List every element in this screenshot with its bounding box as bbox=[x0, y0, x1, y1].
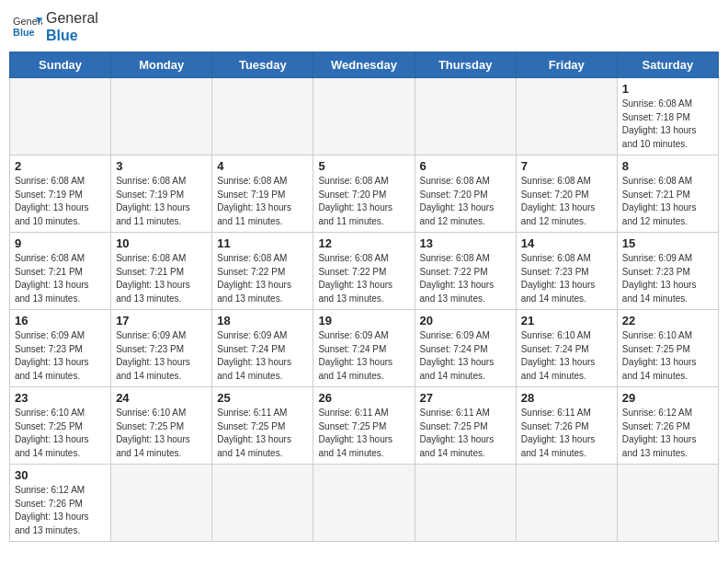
week-row-2: 2Sunrise: 6:08 AM Sunset: 7:19 PM Daylig… bbox=[10, 155, 719, 233]
day-number: 29 bbox=[622, 391, 713, 405]
weekday-header-tuesday: Tuesday bbox=[212, 52, 313, 78]
weekday-header-row: SundayMondayTuesdayWednesdayThursdayFrid… bbox=[10, 52, 719, 78]
day-number: 5 bbox=[318, 159, 409, 173]
day-cell: 26Sunrise: 6:11 AM Sunset: 7:25 PM Dayli… bbox=[313, 387, 415, 465]
day-info: Sunrise: 6:12 AM Sunset: 7:26 PM Dayligh… bbox=[622, 407, 713, 460]
day-cell: 10Sunrise: 6:08 AM Sunset: 7:21 PM Dayli… bbox=[111, 233, 212, 310]
day-cell bbox=[313, 465, 415, 542]
day-cell: 28Sunrise: 6:11 AM Sunset: 7:26 PM Dayli… bbox=[516, 387, 617, 465]
day-cell: 17Sunrise: 6:09 AM Sunset: 7:23 PM Dayli… bbox=[111, 310, 212, 387]
day-cell: 30Sunrise: 6:12 AM Sunset: 7:26 PM Dayli… bbox=[10, 465, 111, 542]
day-cell: 18Sunrise: 6:09 AM Sunset: 7:24 PM Dayli… bbox=[212, 310, 313, 387]
day-cell: 3Sunrise: 6:08 AM Sunset: 7:19 PM Daylig… bbox=[111, 155, 212, 233]
day-number: 20 bbox=[420, 314, 511, 327]
day-number: 4 bbox=[217, 159, 308, 173]
day-cell: 24Sunrise: 6:10 AM Sunset: 7:25 PM Dayli… bbox=[111, 387, 212, 465]
day-info: Sunrise: 6:09 AM Sunset: 7:23 PM Dayligh… bbox=[622, 252, 713, 305]
day-cell bbox=[415, 465, 516, 542]
day-number: 14 bbox=[521, 236, 612, 250]
calendar-page: General Blue General Blue SundayMondayTu… bbox=[0, 0, 728, 551]
calendar-table: SundayMondayTuesdayWednesdayThursdayFrid… bbox=[9, 52, 719, 542]
week-row-1: 1Sunrise: 6:08 AM Sunset: 7:18 PM Daylig… bbox=[10, 78, 719, 155]
day-number: 12 bbox=[318, 236, 409, 250]
weekday-header-wednesday: Wednesday bbox=[313, 52, 415, 78]
day-cell: 16Sunrise: 6:09 AM Sunset: 7:23 PM Dayli… bbox=[10, 310, 111, 387]
day-cell bbox=[111, 78, 212, 155]
day-info: Sunrise: 6:10 AM Sunset: 7:25 PM Dayligh… bbox=[116, 407, 207, 460]
day-info: Sunrise: 6:09 AM Sunset: 7:23 PM Dayligh… bbox=[116, 329, 207, 383]
day-cell bbox=[313, 78, 415, 155]
day-info: Sunrise: 6:08 AM Sunset: 7:22 PM Dayligh… bbox=[318, 252, 409, 305]
day-info: Sunrise: 6:09 AM Sunset: 7:24 PM Dayligh… bbox=[318, 329, 409, 383]
day-cell: 12Sunrise: 6:08 AM Sunset: 7:22 PM Dayli… bbox=[313, 233, 415, 310]
day-number: 26 bbox=[318, 391, 409, 405]
logo-blue: Blue bbox=[46, 27, 98, 44]
day-number: 21 bbox=[521, 314, 612, 327]
day-number: 8 bbox=[622, 159, 713, 173]
week-row-3: 9Sunrise: 6:08 AM Sunset: 7:21 PM Daylig… bbox=[10, 233, 719, 310]
day-cell: 2Sunrise: 6:08 AM Sunset: 7:19 PM Daylig… bbox=[10, 155, 111, 233]
day-number: 7 bbox=[521, 159, 612, 173]
weekday-header-monday: Monday bbox=[111, 52, 212, 78]
header: General Blue General Blue bbox=[9, 9, 719, 44]
day-number: 30 bbox=[15, 468, 106, 482]
day-number: 9 bbox=[15, 236, 106, 250]
day-number: 13 bbox=[420, 236, 511, 250]
weekday-header-friday: Friday bbox=[516, 52, 617, 78]
svg-text:Blue: Blue bbox=[13, 27, 35, 38]
day-info: Sunrise: 6:08 AM Sunset: 7:19 PM Dayligh… bbox=[116, 175, 207, 228]
day-info: Sunrise: 6:10 AM Sunset: 7:24 PM Dayligh… bbox=[521, 329, 612, 383]
day-cell bbox=[516, 78, 617, 155]
day-cell bbox=[617, 465, 718, 542]
day-info: Sunrise: 6:08 AM Sunset: 7:19 PM Dayligh… bbox=[217, 175, 308, 228]
day-number: 15 bbox=[622, 236, 713, 250]
day-cell: 23Sunrise: 6:10 AM Sunset: 7:25 PM Dayli… bbox=[10, 387, 111, 465]
day-number: 1 bbox=[622, 82, 713, 96]
day-info: Sunrise: 6:08 AM Sunset: 7:20 PM Dayligh… bbox=[420, 175, 511, 228]
day-cell: 7Sunrise: 6:08 AM Sunset: 7:20 PM Daylig… bbox=[516, 155, 617, 233]
day-info: Sunrise: 6:10 AM Sunset: 7:25 PM Dayligh… bbox=[622, 329, 713, 383]
week-row-6: 30Sunrise: 6:12 AM Sunset: 7:26 PM Dayli… bbox=[10, 465, 719, 542]
logo-icon: General Blue bbox=[13, 14, 42, 40]
day-cell: 6Sunrise: 6:08 AM Sunset: 7:20 PM Daylig… bbox=[415, 155, 516, 233]
day-cell bbox=[10, 78, 111, 155]
day-cell: 9Sunrise: 6:08 AM Sunset: 7:21 PM Daylig… bbox=[10, 233, 111, 310]
day-number: 6 bbox=[420, 159, 511, 173]
day-info: Sunrise: 6:11 AM Sunset: 7:26 PM Dayligh… bbox=[521, 407, 612, 460]
day-cell: 15Sunrise: 6:09 AM Sunset: 7:23 PM Dayli… bbox=[617, 233, 718, 310]
logo: General Blue General Blue bbox=[13, 9, 98, 44]
day-cell bbox=[415, 78, 516, 155]
day-info: Sunrise: 6:08 AM Sunset: 7:21 PM Dayligh… bbox=[622, 175, 713, 228]
day-info: Sunrise: 6:11 AM Sunset: 7:25 PM Dayligh… bbox=[217, 407, 308, 460]
week-row-5: 23Sunrise: 6:10 AM Sunset: 7:25 PM Dayli… bbox=[10, 387, 719, 465]
weekday-header-sunday: Sunday bbox=[10, 52, 111, 78]
day-info: Sunrise: 6:08 AM Sunset: 7:21 PM Dayligh… bbox=[116, 252, 207, 305]
day-cell: 11Sunrise: 6:08 AM Sunset: 7:22 PM Dayli… bbox=[212, 233, 313, 310]
day-number: 3 bbox=[116, 159, 207, 173]
day-cell: 14Sunrise: 6:08 AM Sunset: 7:23 PM Dayli… bbox=[516, 233, 617, 310]
day-info: Sunrise: 6:12 AM Sunset: 7:26 PM Dayligh… bbox=[15, 484, 106, 537]
day-info: Sunrise: 6:08 AM Sunset: 7:18 PM Dayligh… bbox=[622, 98, 713, 151]
day-info: Sunrise: 6:08 AM Sunset: 7:20 PM Dayligh… bbox=[318, 175, 409, 228]
day-cell bbox=[111, 465, 212, 542]
day-number: 16 bbox=[15, 314, 106, 327]
day-number: 28 bbox=[521, 391, 612, 405]
day-info: Sunrise: 6:11 AM Sunset: 7:25 PM Dayligh… bbox=[420, 407, 511, 460]
day-cell: 4Sunrise: 6:08 AM Sunset: 7:19 PM Daylig… bbox=[212, 155, 313, 233]
day-info: Sunrise: 6:08 AM Sunset: 7:19 PM Dayligh… bbox=[15, 175, 106, 228]
day-cell: 25Sunrise: 6:11 AM Sunset: 7:25 PM Dayli… bbox=[212, 387, 313, 465]
day-number: 24 bbox=[116, 391, 207, 405]
day-number: 19 bbox=[318, 314, 409, 327]
day-cell: 5Sunrise: 6:08 AM Sunset: 7:20 PM Daylig… bbox=[313, 155, 415, 233]
day-cell bbox=[212, 78, 313, 155]
day-cell: 8Sunrise: 6:08 AM Sunset: 7:21 PM Daylig… bbox=[617, 155, 718, 233]
weekday-header-thursday: Thursday bbox=[415, 52, 516, 78]
day-cell: 1Sunrise: 6:08 AM Sunset: 7:18 PM Daylig… bbox=[617, 78, 718, 155]
day-cell bbox=[516, 465, 617, 542]
day-info: Sunrise: 6:11 AM Sunset: 7:25 PM Dayligh… bbox=[318, 407, 409, 460]
day-cell: 22Sunrise: 6:10 AM Sunset: 7:25 PM Dayli… bbox=[617, 310, 718, 387]
day-number: 25 bbox=[217, 391, 308, 405]
day-number: 23 bbox=[15, 391, 106, 405]
day-info: Sunrise: 6:08 AM Sunset: 7:21 PM Dayligh… bbox=[15, 252, 106, 305]
day-number: 11 bbox=[217, 236, 308, 250]
